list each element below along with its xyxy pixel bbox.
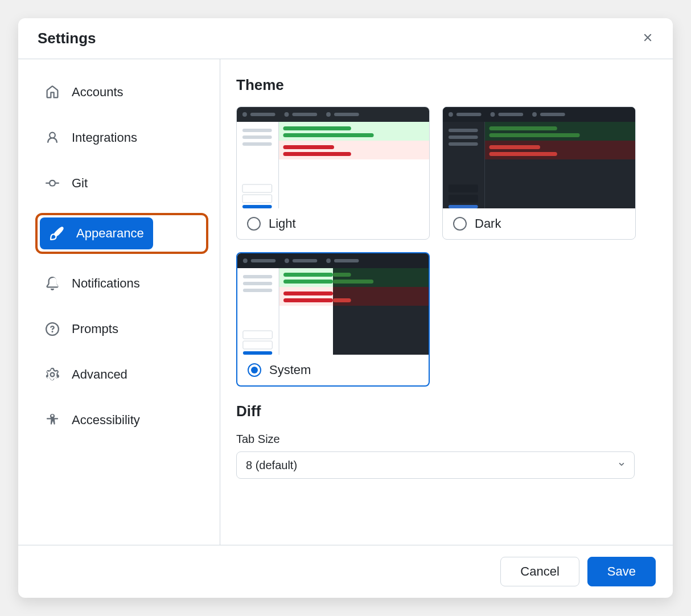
svg-rect-19 (283, 152, 351, 156)
theme-preview-dark (443, 107, 635, 208)
sidebar-item-notifications[interactable]: Notifications (35, 268, 208, 299)
theme-label-text: Light (269, 216, 296, 231)
tab-size-select[interactable]: 8 (default) (236, 451, 635, 479)
svg-point-45 (243, 258, 248, 263)
svg-rect-62 (333, 280, 373, 284)
svg-rect-56 (243, 351, 272, 355)
sidebar-item-git[interactable]: Git (35, 167, 208, 199)
svg-rect-48 (293, 259, 317, 262)
svg-rect-67 (333, 298, 351, 302)
svg-rect-50 (334, 259, 359, 262)
accessibility-icon (44, 412, 60, 428)
person-icon (44, 130, 60, 146)
sidebar-item-label: Advanced (72, 367, 127, 382)
svg-rect-34 (449, 205, 478, 208)
settings-sidebar: Accounts Integrations Git A (18, 59, 220, 545)
svg-point-49 (326, 258, 331, 263)
sidebar-item-label: Prompts (72, 322, 118, 336)
theme-label-row: Light (237, 208, 429, 239)
theme-label-row: Dark (443, 208, 635, 239)
settings-dialog: Settings Accounts Integrations (18, 18, 673, 598)
git-commit-icon (44, 175, 60, 191)
sidebar-item-prompts[interactable]: Prompts (35, 313, 208, 345)
svg-rect-64 (333, 287, 429, 306)
sidebar-item-integrations[interactable]: Integrations (35, 122, 208, 154)
svg-rect-14 (279, 122, 429, 141)
cancel-button[interactable]: Cancel (500, 557, 579, 586)
svg-point-23 (449, 112, 453, 117)
svg-rect-29 (449, 129, 478, 132)
sidebar-item-label: Integrations (72, 130, 137, 145)
svg-rect-40 (490, 152, 557, 156)
svg-point-4 (285, 112, 289, 117)
svg-point-47 (285, 258, 289, 263)
svg-rect-30 (449, 135, 478, 139)
tab-size-label: Tab Size (236, 433, 657, 446)
svg-point-2 (242, 112, 247, 117)
svg-rect-53 (243, 289, 272, 292)
sidebar-item-accessibility[interactable]: Accessibility (35, 404, 208, 436)
gear-icon (44, 367, 60, 383)
theme-options: Light (236, 106, 657, 387)
svg-rect-57 (279, 268, 333, 287)
radio-unchecked (453, 217, 467, 231)
home-icon (44, 84, 60, 100)
svg-rect-7 (334, 113, 359, 116)
question-icon (44, 321, 60, 337)
tab-size-select-wrap: 8 (default) (236, 451, 635, 479)
sidebar-item-advanced[interactable]: Advanced (35, 359, 208, 391)
svg-point-27 (532, 112, 537, 117)
svg-rect-37 (490, 133, 580, 137)
svg-rect-28 (540, 113, 565, 116)
sidebar-item-appearance[interactable]: Appearance (40, 217, 153, 249)
svg-rect-16 (283, 133, 374, 137)
theme-label-text: System (269, 363, 311, 377)
theme-preview-system (237, 253, 429, 355)
theme-label-text: Dark (475, 216, 501, 231)
svg-rect-17 (279, 141, 429, 159)
theme-option-light[interactable]: Light (236, 106, 430, 240)
dialog-header: Settings (18, 18, 673, 59)
svg-rect-8 (242, 129, 272, 132)
save-button[interactable]: Save (587, 557, 656, 586)
sidebar-item-label: Git (72, 176, 88, 191)
svg-rect-65 (283, 291, 333, 295)
theme-preview-light (237, 107, 429, 208)
svg-rect-24 (456, 113, 482, 116)
svg-rect-66 (283, 298, 333, 302)
close-button[interactable] (640, 31, 656, 47)
theme-label-row: System (237, 355, 429, 385)
svg-rect-31 (449, 142, 478, 146)
svg-rect-10 (242, 142, 272, 146)
svg-rect-9 (242, 135, 272, 139)
radio-checked (248, 363, 261, 377)
svg-rect-18 (283, 145, 334, 149)
sidebar-item-accounts[interactable]: Accounts (35, 76, 208, 108)
sidebar-item-label: Accessibility (72, 413, 140, 428)
svg-rect-39 (490, 145, 540, 149)
svg-rect-61 (283, 280, 333, 284)
svg-rect-51 (243, 275, 272, 278)
svg-rect-5 (292, 113, 317, 116)
svg-rect-33 (449, 195, 478, 203)
svg-point-6 (326, 112, 331, 117)
svg-rect-60 (333, 273, 351, 277)
svg-rect-63 (279, 287, 333, 306)
svg-rect-13 (242, 205, 272, 208)
svg-rect-58 (333, 268, 429, 287)
sidebar-item-label: Accounts (72, 85, 124, 100)
radio-unchecked (247, 217, 261, 231)
svg-point-25 (491, 112, 495, 117)
svg-rect-52 (243, 282, 272, 285)
dialog-body: Accounts Integrations Git A (18, 59, 673, 545)
svg-rect-59 (283, 273, 333, 277)
dialog-title: Settings (38, 30, 96, 47)
sidebar-item-appearance-highlight: Appearance (35, 213, 208, 254)
theme-option-system[interactable]: System (236, 252, 430, 387)
sidebar-item-label: Notifications (72, 276, 140, 291)
settings-content: Theme (220, 59, 673, 545)
diff-section-title: Diff (236, 403, 657, 420)
svg-rect-3 (250, 113, 275, 116)
sidebar-item-label: Appearance (76, 226, 144, 241)
theme-option-dark[interactable]: Dark (442, 106, 636, 240)
